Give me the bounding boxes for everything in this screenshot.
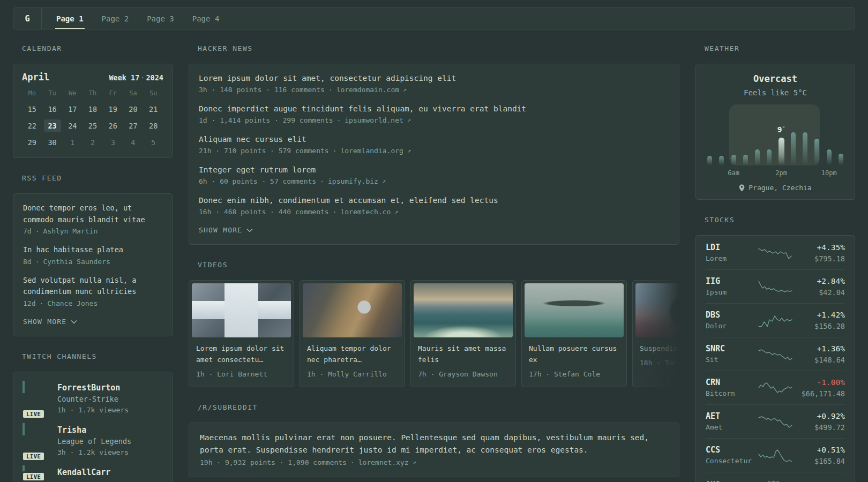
video-title[interactable]: Suspendisse diam [640,343,679,354]
calendar-weekday-row: MoTuWeThFrSaSu [22,89,163,97]
stocks-card: LDILorem+4.35%$795.18IIGIpsum+2.84%$42.0… [695,235,855,482]
video-meta: 1h · Lori Barnett [196,369,287,380]
twitch-card: LIVEForrestBurtonCounter-Strike1h · 1.7k… [13,372,173,482]
twitch-channel-name[interactable]: KendallCarr [57,466,110,478]
rss-show-more-button[interactable]: SHOW MORE [23,317,162,327]
stock-row[interactable]: CCSConsectetur+0.51%$165.84 [706,438,845,472]
hackernews-item-title[interactable]: Donec imperdiet augue tincidunt felis al… [199,103,669,115]
stock-row[interactable]: LDILorem+4.35%$795.18 [706,236,845,269]
stock-values: +1.36%$148.64 [794,343,845,365]
stock-sparkline [758,380,792,395]
subreddit-item-stats: 19h · 9,932 points · 1,090 comments [200,457,347,468]
header-bar: G Page 1Page 2Page 3Page 4 [13,7,855,29]
twitch-channel-row: LIVETrishaLeague of Legends3h · 1.2k vie… [23,424,162,458]
hackernews-item-domain-link[interactable]: ipsumify.biz [328,176,378,187]
subreddit-item: Maecenas mollis pulvinar erat non posuer… [200,432,668,468]
twitch-avatar-wrap: LIVE [23,424,49,458]
video-title[interactable]: Aliquam tempor dolor nec pharetra… [307,343,398,365]
stock-row[interactable]: AHS+0.46% [706,472,845,482]
video-title[interactable]: Lorem ipsum dolor sit amet consectetu… [196,343,287,365]
hackernews-item-domain-link[interactable]: loremlandia.org [340,145,403,156]
video-title[interactable]: Mauris sit amet massa felis [418,343,508,365]
video-title[interactable]: Nullam posuere cursus ex [529,343,619,365]
videos-widget: VIDEOS Lorem ipsum dolor sit amet consec… [189,261,679,387]
rss-item-source-link[interactable]: Ashlyn Martin [43,225,98,237]
stock-row[interactable]: IIGIpsum+2.84%$42.04 [706,269,845,303]
calendar-day: 29 [24,136,41,149]
external-link-icon: ↗ [394,206,398,217]
rss-item-title[interactable]: Donec tempor eros leo, ut commodo mauris… [23,202,162,225]
video-thumbnail[interactable] [303,283,402,337]
stock-name: Lorem [706,253,757,264]
calendar-header: April Week 17·2024 [22,72,163,82]
stock-name: Bitcorn [706,388,757,399]
tab-page-2[interactable]: Page 2 [93,8,138,29]
video-thumbnail[interactable] [414,283,513,337]
stock-values: -1.00%$66,171.48 [794,376,845,399]
weather-bar-column: 6am [731,112,737,165]
app-logo[interactable]: G [13,8,41,29]
weather-widget: WEATHER Overcast Feels like 5°C 6am9°2pm… [695,44,855,200]
weather-hour-label: 10pm [821,169,837,177]
rss-item: Sed volutpat nulla nisl, a condimentum n… [23,275,162,309]
twitch-channel-name[interactable]: ForrestBurton [57,382,129,394]
stock-row[interactable]: AETAmet+0.92%$499.72 [706,404,845,438]
external-link-icon: ↗ [382,176,386,187]
video-card: Nullam posuere cursus ex17h · Stefan Col… [521,280,627,387]
stock-row[interactable]: SNRCSit+1.36%$148.64 [706,337,845,371]
video-card: Aliquam tempor dolor nec pharetra…1h · M… [300,280,405,387]
stock-price: $148.64 [794,355,845,365]
weather-bar [814,139,819,165]
tab-page-4[interactable]: Page 4 [183,8,229,29]
hackernews-item-domain-link[interactable]: loremdomain.com [336,84,399,95]
hackernews-item-domain-link[interactable]: ipsumworld.net [345,115,403,126]
calendar-day: 16 [44,103,61,116]
hackernews-item-title[interactable]: Donec enim nibh, condimentum et accumsan… [199,195,669,206]
stock-info: DBSDolor [706,309,757,332]
video-meta: 18h · Tara [640,358,679,368]
hackernews-item-stats: 6h · 60 points · 57 comments [199,176,316,187]
hackernews-item: Donec imperdiet augue tincidunt felis al… [199,103,669,126]
video-thumbnail[interactable] [525,283,624,337]
calendar-weekday: Th [89,89,96,97]
stock-info: CCSConsectetur [706,444,757,466]
subreddit-item-title[interactable]: Maecenas mollis pulvinar erat non posuer… [200,432,668,456]
rss-item-title[interactable]: In hac habitasse platea [23,244,162,256]
hackernews-show-more-button[interactable]: SHOW MORE [199,225,669,236]
hackernews-item-meta: 21h · 710 points · 579 comments·loremlan… [199,145,669,156]
video-thumbnail[interactable] [192,283,291,337]
weather-bar-column [743,112,749,165]
degree-symbol: ° [782,125,785,131]
tab-page-3[interactable]: Page 3 [138,8,183,29]
tab-page-1[interactable]: Page 1 [47,8,93,29]
meta-dot: · [328,84,333,95]
stock-values: +0.92%$499.72 [794,410,845,433]
hackernews-item-title[interactable]: Aliquam nec cursus elit [199,134,669,145]
stocks-widget: STOCKS LDILorem+4.35%$795.18IIGIpsum+2.8… [695,216,855,482]
hackernews-item-title[interactable]: Lorem ipsum dolor sit amet, consectetur … [199,73,669,84]
calendar-day: 26 [104,119,122,132]
weather-bar [827,149,832,165]
page-tabs: Page 1Page 2Page 3Page 4 [47,8,228,29]
weather-section-title: WEATHER [705,44,855,53]
stock-row[interactable]: DBSDolor+1.42%$156.28 [706,303,845,337]
hackernews-item-domain-link[interactable]: loremtech.co [340,206,391,217]
meta-dot: · [35,225,40,237]
meta-dot: · [333,145,337,156]
stock-row[interactable]: CRNBitcorn-1.00%$66,171.48 [706,371,845,404]
rss-item-source-link[interactable]: Cynthia Saunders [43,256,110,267]
calendar-day: 22 [24,119,41,132]
stock-name: Dolor [706,321,757,332]
stock-change: +0.92% [794,410,845,422]
video-thumbnail[interactable] [635,283,679,337]
stock-info: CRNBitcorn [706,376,757,399]
subreddit-item-domain-link[interactable]: loremnet.xyz [358,457,409,468]
external-link-icon: ↗ [407,115,411,126]
live-badge: LIVE [21,451,46,462]
rss-item-source-link[interactable]: Chance Jones [47,298,98,309]
twitch-channel-name[interactable]: Trisha [57,424,131,436]
weather-bar-column [766,112,772,165]
hackernews-item-title[interactable]: Integer eget rutrum lorem [199,164,669,176]
rss-item-title[interactable]: Sed volutpat nulla nisl, a condimentum n… [23,275,162,298]
twitch-channel-list: LIVEForrestBurtonCounter-Strike1h · 1.7k… [23,382,162,478]
